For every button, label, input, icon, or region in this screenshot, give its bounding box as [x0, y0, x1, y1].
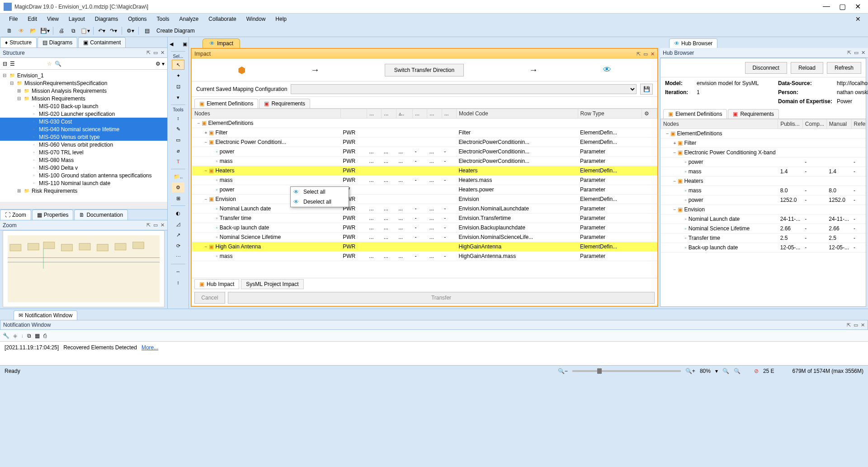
tool-icon-6[interactable]: ▭ [172, 135, 184, 145]
impact-minimize-icon[interactable]: ▭ [643, 51, 648, 57]
hub-row[interactable]: ▫Back-up launch date 12-05-...-12-05-...… [661, 243, 866, 253]
create-diagram-button[interactable]: Create Diagram [154, 28, 198, 34]
col-3[interactable]: ... [367, 109, 382, 119]
notif-more-link[interactable]: More... [142, 344, 158, 351]
hub-row[interactable]: ▫Nominal Launch date 24-11-...-24-11-...… [661, 214, 866, 224]
tree-row[interactable]: ⊟📁MissionRequirementsSpecification [0, 79, 167, 87]
tab-requirements[interactable]: ▣Requirements [259, 99, 310, 108]
hub-restore-icon[interactable]: ⇱ [847, 50, 851, 56]
hub-row[interactable]: ▫mass 8.0-8.0- [661, 186, 866, 195]
menu-file[interactable]: File [5, 14, 22, 24]
structure-tree[interactable]: ⊟📁Envision_1⊟📁MissionRequirementsSpecifi… [0, 70, 167, 202]
refresh-button[interactable]: Refresh [827, 62, 861, 74]
tab-properties[interactable]: ▦Properties [32, 210, 74, 220]
palette-prev-icon[interactable]: ◀ [165, 39, 178, 49]
menu-tools[interactable]: Tools [152, 14, 174, 24]
tree-row[interactable]: ▫MIS-070 TRL level [0, 148, 167, 156]
hub-row[interactable]: ▫mass 1.4-1.4- [661, 167, 866, 176]
transfer-button[interactable]: Transfer [228, 292, 655, 304]
tool-icon-4[interactable]: ↕ [172, 113, 184, 123]
hub-row[interactable]: ▫power 1252.0-1252.0- [661, 195, 866, 205]
tree-row[interactable]: ⊟📁Mission Requirements [0, 95, 167, 102]
menu-view[interactable]: View [42, 14, 63, 24]
tool-icon-8[interactable]: T [172, 157, 184, 167]
zoom-reset-icon[interactable]: 🔍 [734, 368, 741, 374]
hub-minimize-icon[interactable]: ▭ [854, 50, 859, 56]
switch-transfer-button[interactable]: Switch Transfer Direction [385, 64, 464, 76]
menu-collaborate[interactable]: Collaborate [204, 14, 241, 24]
col-5[interactable]: ▵.. [396, 109, 412, 119]
minimize-button[interactable]: — [823, 2, 830, 11]
panel-restore-icon[interactable]: ⇱ [146, 50, 151, 56]
impact-row[interactable]: ▫power PWR.........-...- ElectronicPower… [192, 147, 657, 157]
tab-hub-browser[interactable]: 👁 Hub Browser [669, 38, 717, 48]
reload-button[interactable]: Reload [791, 62, 823, 74]
impact-row[interactable]: ▫power PV Heaters.powerParameter [192, 185, 657, 195]
tree-row[interactable]: ▫MIS-090 Delta v [0, 164, 167, 172]
impact-row[interactable]: ▫Nominal Launch date PWR.........-...- E… [192, 204, 657, 214]
impact-row[interactable]: −▣Envision PWR EnvisionElementDefin... [192, 195, 657, 204]
menu-analyze[interactable]: Analyze [175, 14, 203, 24]
open-folder-icon[interactable]: 📂 [28, 26, 38, 36]
notif-tool-2[interactable]: ◈ [13, 333, 17, 339]
hub-row[interactable]: ▫Nominal Science Lifetime 2.66-2.66- [661, 224, 866, 234]
tree-row[interactable]: ▫MIS-020 Launcher specification [0, 110, 167, 118]
tree-scrollbar-h[interactable] [0, 202, 167, 209]
tab-impact[interactable]: 👁 Impact [203, 38, 240, 48]
undo-icon[interactable]: ↶▾ [97, 26, 107, 36]
col-7[interactable]: ... [427, 109, 442, 119]
tree-row[interactable]: ▫MIS-050 Venus orbit type [0, 133, 167, 141]
tool-icon-14[interactable]: ↗ [172, 230, 184, 240]
tab-notification[interactable]: ✉Notification Window [14, 310, 77, 320]
impact-row[interactable]: −▣ElementDefinitions [192, 119, 657, 128]
zoom-in-icon[interactable]: 🔍+ [685, 368, 695, 374]
tab-element-definitions[interactable]: ▣Element Definitions [194, 99, 258, 108]
hub-col-refer[interactable]: Refer... [851, 119, 866, 129]
hub-row[interactable]: −▣Heaters [661, 176, 866, 186]
hub-col-publis[interactable]: Publis... [778, 119, 803, 129]
notif-minimize-icon[interactable]: ▭ [854, 322, 858, 328]
tool-icon-3[interactable]: ▾ [172, 92, 184, 102]
tool-icon-1[interactable]: ✦ [172, 71, 184, 81]
col-nodes[interactable]: Nodes [192, 109, 341, 119]
error-icon[interactable]: ⊘ [754, 368, 759, 374]
notif-close-icon[interactable]: ✕ [861, 322, 865, 328]
close-button[interactable]: ✕ [855, 2, 861, 11]
tab-structure[interactable]: ♦Structure [0, 37, 37, 48]
tree-row[interactable]: ▫MIS-110 Nominal launch date [0, 179, 167, 187]
maximize-button[interactable]: ▢ [839, 2, 846, 11]
panel-close-icon[interactable]: ✕ [160, 50, 165, 56]
panel-minimize-icon[interactable]: ▭ [153, 50, 158, 56]
tree-row[interactable]: ▫MIS-080 Mass [0, 156, 167, 164]
col-model-code[interactable]: Model Code [456, 109, 578, 119]
impact-row[interactable]: ▫mass PWR.........-...- Heaters.massPara… [192, 176, 657, 185]
disconnect-button[interactable]: Disconnect [745, 62, 787, 74]
zoom-fit-icon[interactable]: 🔍 [722, 368, 729, 374]
tree-row[interactable]: ▫MIS-060 Venus orbit prediction [0, 141, 167, 148]
tab-hub-impact[interactable]: ▣Hub Impact [194, 279, 239, 289]
zoom-slider[interactable] [572, 370, 681, 372]
hub-close-icon[interactable]: ✕ [861, 50, 865, 56]
tool-icon-11[interactable]: ⊞ [172, 193, 184, 203]
tab-sysml-impact[interactable]: SysML Project Impact [241, 279, 303, 289]
notif-restore-icon[interactable]: ⇱ [847, 322, 851, 328]
impact-row[interactable]: ▫Nominal Science Lifetime PWR.........-.… [192, 233, 657, 242]
new-icon[interactable]: 🗎 [5, 26, 14, 36]
tab-containment[interactable]: ▣Containment [78, 37, 126, 48]
tree-filter-icon[interactable]: ☰ [10, 61, 15, 67]
tool-icon-16[interactable]: ⋯ [172, 252, 184, 262]
gear-icon[interactable]: ⚙ ▾ [156, 61, 165, 67]
impact-row[interactable]: +▣Filter PWR FilterElementDefin... [192, 128, 657, 138]
zoom-out-icon[interactable]: 🔍− [558, 368, 568, 374]
notif-tool-6[interactable]: ⎙ [43, 333, 47, 339]
hub-tab-req[interactable]: ▣Requirements [728, 109, 779, 119]
hub-col-comp[interactable]: Comp... [802, 119, 826, 129]
col-row-type[interactable]: Row Type [578, 109, 642, 119]
hub-row[interactable]: −▣Envision [661, 205, 866, 214]
impact-grid[interactable]: Nodes ... ... ▵.. ... ... ... Model Code… [192, 109, 657, 278]
print-icon[interactable]: 🖨 [57, 26, 66, 36]
branch-icon[interactable]: ⚙▾ [125, 26, 135, 36]
notif-tool-4[interactable]: ⧉ [27, 333, 31, 339]
zoom-restore-icon[interactable]: ⇱ [146, 222, 151, 228]
menu-window[interactable]: Window [242, 14, 270, 24]
